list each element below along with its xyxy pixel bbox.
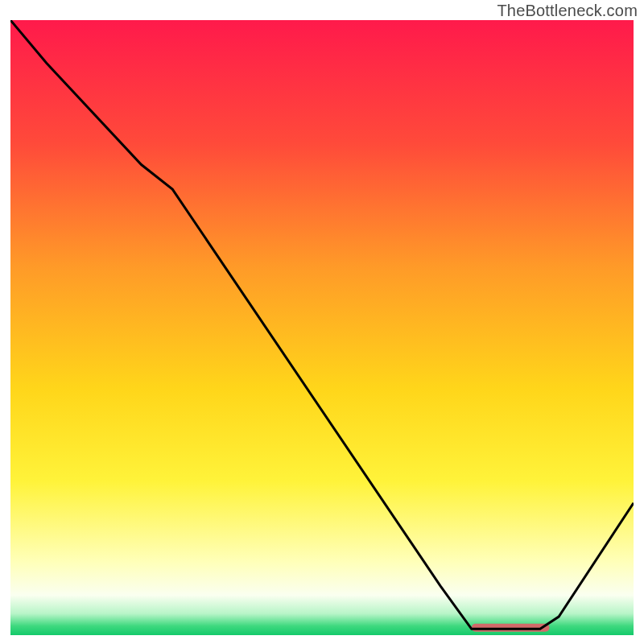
bottleneck-chart: TheBottleneck.com — [0, 0, 644, 644]
gradient-background — [10, 20, 634, 635]
plot-svg — [10, 20, 634, 635]
watermark-text: TheBottleneck.com — [497, 2, 638, 20]
optimal-range-bar — [472, 624, 550, 632]
plot-area — [10, 20, 634, 635]
